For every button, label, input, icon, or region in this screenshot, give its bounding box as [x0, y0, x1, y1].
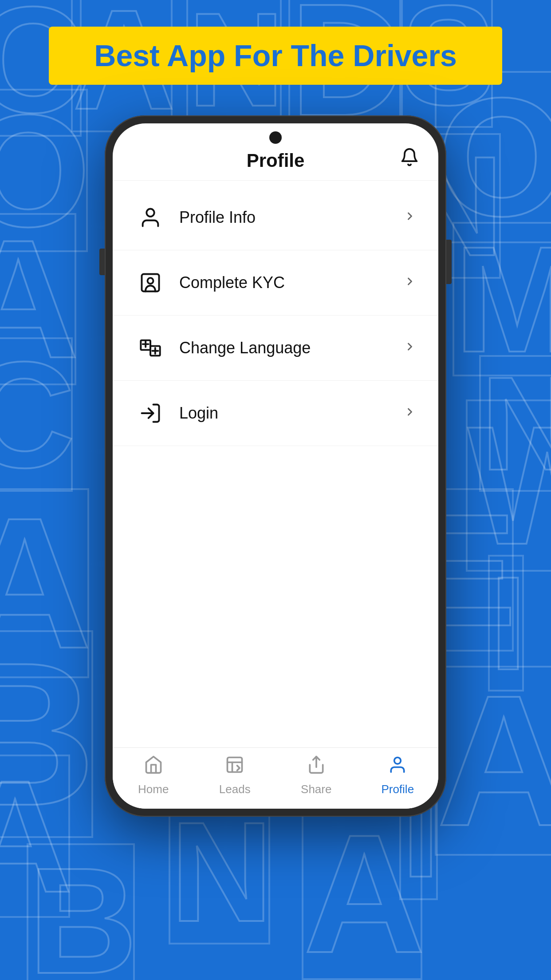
change-language-arrow	[404, 340, 416, 356]
complete-kyc-item[interactable]: Complete KYC	[113, 250, 438, 316]
profile-info-arrow	[404, 209, 416, 226]
menu-list: Profile Info	[113, 181, 438, 747]
complete-kyc-label: Complete KYC	[179, 273, 404, 292]
phone-device: Profile	[105, 115, 446, 817]
phone-outer: Profile	[105, 115, 446, 817]
share-label: Share	[301, 782, 331, 796]
app-banner: Best App For The Drivers	[49, 27, 502, 85]
login-label: Login	[179, 404, 404, 423]
kyc-icon	[135, 267, 166, 298]
language-icon	[135, 332, 166, 364]
app-screen: Profile	[113, 123, 438, 809]
leads-label: Leads	[219, 782, 251, 796]
profile-nav-icon	[388, 755, 407, 779]
change-language-item[interactable]: Change Language	[113, 316, 438, 381]
home-icon	[144, 755, 163, 779]
bottom-nav: Home Leads	[113, 747, 438, 809]
page-title: Profile	[247, 150, 305, 171]
banner-text: Best App For The Drivers	[94, 39, 457, 72]
svg-point-8	[394, 758, 401, 764]
change-language-label: Change Language	[179, 339, 404, 357]
svg-rect-6	[228, 758, 242, 772]
nav-leads[interactable]: Leads	[194, 755, 276, 796]
user-icon	[135, 202, 166, 233]
login-item[interactable]: Login	[113, 381, 438, 446]
bell-button[interactable]	[398, 148, 421, 170]
nav-home[interactable]: Home	[113, 755, 194, 796]
complete-kyc-arrow	[404, 275, 416, 291]
home-label: Home	[138, 782, 169, 796]
svg-point-0	[146, 209, 154, 217]
leads-icon	[225, 755, 244, 779]
svg-point-2	[148, 278, 153, 284]
phone-screen: Profile	[113, 123, 438, 809]
login-icon	[135, 398, 166, 429]
profile-nav-label: Profile	[381, 782, 414, 796]
nav-share[interactable]: Share	[276, 755, 357, 796]
share-icon	[307, 755, 326, 779]
phone-notch	[269, 131, 282, 144]
profile-info-label: Profile Info	[179, 208, 404, 227]
profile-info-item[interactable]: Profile Info	[113, 185, 438, 250]
bell-icon	[400, 147, 419, 171]
svg-rect-1	[142, 274, 159, 292]
login-arrow	[404, 405, 416, 422]
nav-profile[interactable]: Profile	[357, 755, 439, 796]
